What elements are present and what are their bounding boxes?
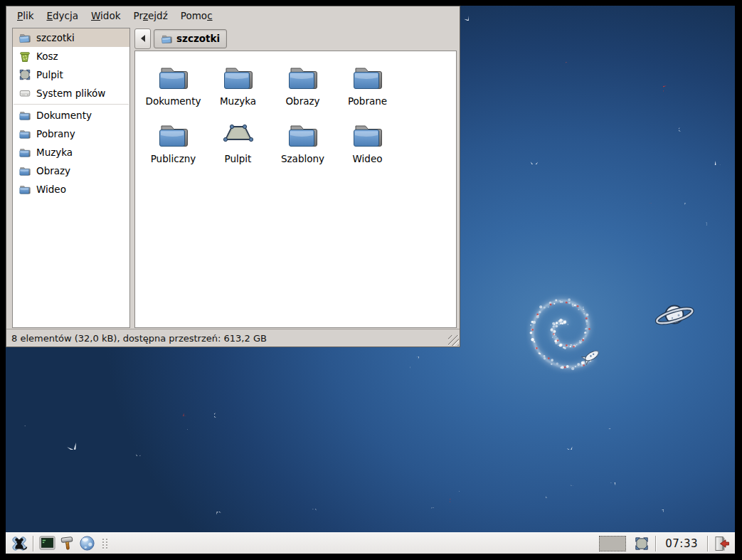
star	[459, 11, 469, 21]
sidebar-item-pobrany[interactable]: Pobrany	[13, 125, 129, 143]
taskbar-separator	[33, 536, 33, 551]
menu-item-widok[interactable]: Widok	[85, 8, 127, 23]
file-item-szablony[interactable]: Szablony	[270, 117, 335, 175]
drive-icon	[18, 87, 31, 100]
star	[658, 509, 664, 515]
sidebar-item-label: Dokumenty	[36, 110, 92, 121]
clock[interactable]: 07:33	[659, 537, 704, 550]
star	[216, 512, 225, 520]
sidebar-item-label: Muzyka	[36, 147, 73, 158]
star	[21, 422, 26, 427]
folder-icon	[18, 183, 31, 196]
menu-item-pomoc[interactable]: Pomoc	[174, 8, 219, 23]
back-arrow-icon	[141, 35, 145, 42]
star	[408, 366, 410, 369]
path-button-current[interactable]: szczotki	[154, 29, 227, 48]
desktop-icon	[221, 117, 255, 152]
tool-launcher[interactable]	[57, 534, 77, 553]
sidebar-item-dokumenty[interactable]: Dokumenty	[13, 106, 129, 125]
sidebar-item-label: Pobrany	[36, 128, 75, 139]
star	[311, 509, 318, 516]
folder-icon	[351, 117, 385, 152]
menu-item-edycja[interactable]: Edycja	[40, 8, 85, 23]
file-item-muzyka[interactable]: Muzyka	[206, 60, 270, 117]
folder-icon	[157, 117, 191, 152]
logout-button[interactable]	[711, 534, 731, 553]
file-item-obrazy[interactable]: Obrazy	[270, 60, 335, 117]
sidebar-item-kosz[interactable]: Kosz	[13, 47, 129, 65]
sidebar-separator	[14, 104, 129, 105]
terminal-icon	[38, 534, 56, 552]
taskbar: 07:33	[6, 532, 735, 554]
resize-grip[interactable]	[448, 335, 459, 346]
path-bar: szczotki	[134, 28, 455, 49]
sidebar-item-muzyka[interactable]: Muzyka	[13, 143, 129, 162]
sidebar-item-wideo[interactable]: Wideo	[13, 180, 129, 199]
star	[450, 497, 456, 503]
file-item-wideo[interactable]: Wideo	[335, 117, 400, 175]
star	[134, 448, 142, 456]
star	[679, 125, 686, 132]
star	[59, 433, 76, 450]
file-label: Publiczny	[151, 153, 196, 164]
file-item-pulpit[interactable]: Pulpit	[206, 117, 270, 175]
file-item-publiczny[interactable]: Publiczny	[141, 117, 206, 175]
file-manager-window: PlikEdycjaWidokPrzejdźPomoc szczotkiKosz…	[6, 6, 460, 347]
star	[459, 491, 462, 494]
show-desktop-button[interactable]	[632, 534, 652, 553]
web-browser-launcher[interactable]	[77, 534, 97, 553]
star	[649, 203, 652, 206]
star	[714, 154, 725, 165]
file-item-dokumenty[interactable]: Dokumenty	[141, 60, 206, 117]
menu-item-plik[interactable]: Plik	[11, 8, 40, 23]
sidebar-item-system-plików[interactable]: System plików	[13, 84, 129, 102]
star	[680, 203, 686, 208]
star	[183, 409, 190, 416]
sidebar-item-pulpit[interactable]: Pulpit	[13, 65, 129, 84]
debian-swirl	[512, 278, 619, 391]
desktop-icon	[18, 68, 31, 81]
status-bar: 8 elementów (32,0 kB), dostępna przestrz…	[6, 329, 460, 347]
star	[566, 62, 569, 65]
sidebar-item-label: System plików	[36, 88, 105, 99]
folder-open-icon	[161, 33, 173, 45]
folder-icon	[351, 60, 385, 94]
sidebar-item-label: Pulpit	[36, 69, 63, 80]
file-item-pobrane[interactable]: Pobrane	[335, 60, 400, 117]
globe-icon	[78, 534, 96, 552]
hammer-icon	[58, 534, 76, 552]
folder-icon	[221, 60, 255, 94]
folder-icon	[157, 60, 191, 94]
star	[663, 83, 674, 95]
star	[605, 424, 610, 430]
show-desktop-icon	[634, 536, 650, 551]
screen: PlikEdycjaWidokPrzejdźPomoc szczotkiKosz…	[6, 6, 735, 554]
file-label: Wideo	[353, 153, 383, 164]
workspace-pager[interactable]	[599, 536, 626, 551]
file-label: Szablony	[281, 153, 324, 164]
path-button-label: szczotki	[176, 33, 220, 44]
back-button[interactable]	[134, 28, 151, 49]
star	[214, 410, 223, 418]
file-label: Dokumenty	[146, 95, 201, 107]
drag-grip[interactable]	[102, 539, 108, 549]
star	[570, 481, 575, 486]
sidebar-item-szczotki[interactable]: szczotki	[13, 28, 129, 47]
folder-view[interactable]: DokumentyMuzykaObrazyPobranePublicznyPul…	[134, 51, 457, 328]
sidebar-item-label: Kosz	[36, 51, 58, 62]
menu-bar: PlikEdycjaWidokPrzejdźPomoc	[6, 6, 460, 25]
applications-menu-button[interactable]	[9, 534, 29, 553]
star	[563, 440, 573, 450]
folder-icon	[18, 127, 31, 140]
folder-icon	[18, 109, 31, 122]
terminal-launcher[interactable]	[37, 534, 57, 553]
sidebar-item-obrazy[interactable]: Obrazy	[13, 162, 129, 180]
file-label: Pobrane	[348, 95, 387, 107]
sidebar-item-label: Wideo	[36, 184, 66, 195]
folder-icon	[18, 164, 31, 177]
star	[187, 429, 190, 432]
star	[431, 507, 436, 512]
sidebar-item-label: szczotki	[36, 32, 75, 43]
sidebar-item-label: Obrazy	[36, 165, 70, 176]
menu-item-przejdź[interactable]: Przejdź	[127, 8, 174, 23]
